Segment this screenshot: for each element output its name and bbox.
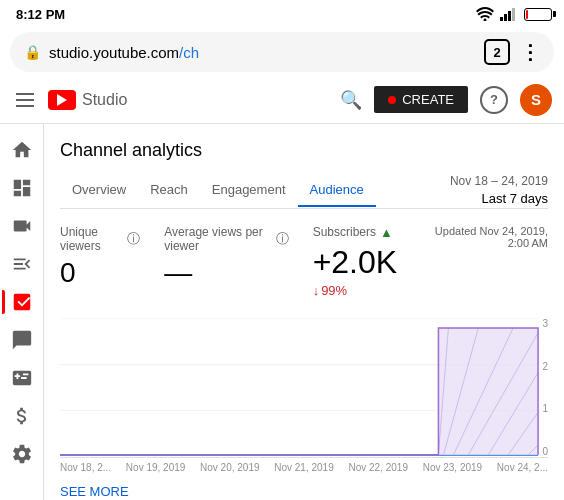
sidebar-item-subtitles[interactable] (2, 360, 42, 396)
sidebar-item-home[interactable] (2, 132, 42, 168)
create-label: CREATE (402, 92, 454, 107)
svg-rect-2 (508, 11, 511, 21)
x-label-4: Nov 22, 2019 (348, 462, 408, 473)
metric-avg-views-label: Average views per viewer ⓘ (164, 225, 288, 253)
date-range-label: Last 7 days (450, 190, 548, 208)
yt-header: Studio 🔍 CREATE ? S (0, 76, 564, 124)
signal-icon (500, 7, 518, 21)
info-icon-viewers[interactable]: ⓘ (127, 230, 140, 248)
tab-overview[interactable]: Overview (60, 174, 138, 207)
search-button[interactable]: 🔍 (340, 89, 362, 111)
x-label-1: Nov 19, 2019 (126, 462, 186, 473)
trend-arrow-icon: ▲ (380, 225, 393, 240)
address-highlight: /ch (179, 44, 199, 61)
sidebar-item-analytics[interactable] (2, 284, 42, 320)
date-range: Nov 18 – 24, 2019 Last 7 days (450, 173, 548, 208)
battery-icon (524, 8, 552, 21)
metric-subscribers-value: +2.0K (313, 244, 398, 281)
y-label-3: 3 (542, 318, 548, 329)
hamburger-menu[interactable] (12, 89, 38, 111)
wifi-icon (476, 7, 494, 21)
metrics-row: Unique viewers ⓘ 0 Average views per vie… (60, 225, 548, 298)
y-label-0: 0 (542, 446, 548, 457)
chart-area: 3 2 1 0 (60, 318, 548, 458)
help-button[interactable]: ? (480, 86, 508, 114)
sidebar-item-comments[interactable] (2, 322, 42, 358)
svg-rect-3 (512, 8, 515, 21)
tab-count[interactable]: 2 (484, 39, 510, 65)
chart-svg (60, 318, 548, 457)
play-triangle (57, 94, 67, 106)
metric-unique-viewers: Unique viewers ⓘ 0 (60, 225, 140, 289)
updated-text: Updated Nov 24, 2019, 2:00 AM (421, 225, 548, 249)
page-title: Channel analytics (60, 140, 548, 161)
sidebar-item-dashboard[interactable] (2, 170, 42, 206)
x-label-6: Nov 24, 2... (497, 462, 548, 473)
studio-label: Studio (82, 91, 127, 109)
record-dot (388, 96, 396, 104)
metric-subscribers: Subscribers ▲ +2.0K ↓ 99% (313, 225, 398, 298)
svg-marker-9 (438, 328, 538, 455)
tab-engagement[interactable]: Engagement (200, 174, 298, 207)
svg-rect-1 (504, 14, 507, 21)
sidebar-item-monetization[interactable] (2, 398, 42, 434)
y-label-2: 2 (542, 361, 548, 372)
sidebar-item-settings[interactable] (2, 436, 42, 472)
sidebar (0, 124, 44, 500)
tabs: Overview Reach Engagement Audience (60, 174, 376, 207)
see-more-section: SEE MORE (60, 473, 548, 500)
tab-reach[interactable]: Reach (138, 174, 200, 207)
updated-text-block: Updated Nov 24, 2019, 2:00 AM (421, 225, 548, 249)
metric-avg-views-value: — (164, 257, 288, 289)
metric-unique-viewers-value: 0 (60, 257, 140, 289)
svg-rect-0 (500, 17, 503, 21)
main-layout: Channel analytics Overview Reach Engagem… (0, 124, 564, 500)
lock-icon: 🔒 (24, 44, 41, 60)
y-label-1: 1 (542, 403, 548, 414)
status-time: 8:12 PM (16, 7, 65, 22)
metric-subscribers-label: Subscribers ▲ (313, 225, 398, 240)
x-label-5: Nov 23, 2019 (423, 462, 483, 473)
metric-avg-views: Average views per viewer ⓘ — (164, 225, 288, 289)
status-bar: 8:12 PM (0, 0, 564, 28)
yt-logo[interactable]: Studio (48, 90, 127, 110)
address-left: 🔒 studio.youtube.com/ch (24, 44, 484, 61)
sidebar-item-playlists[interactable] (2, 246, 42, 282)
youtube-icon (48, 90, 76, 110)
status-icons (476, 7, 552, 21)
x-label-2: Nov 20, 2019 (200, 462, 260, 473)
info-icon-avgviews[interactable]: ⓘ (276, 230, 289, 248)
address-bar: 🔒 studio.youtube.com/ch 2 ⋮ (10, 32, 554, 72)
see-more-link[interactable]: SEE MORE (60, 484, 129, 499)
y-axis: 3 2 1 0 (532, 318, 548, 457)
address-right: 2 ⋮ (484, 39, 540, 65)
help-label: ? (490, 92, 498, 107)
date-range-dates: Nov 18 – 24, 2019 (450, 173, 548, 190)
more-options-icon[interactable]: ⋮ (520, 40, 540, 64)
down-arrow-icon: ↓ (313, 283, 320, 298)
sidebar-item-videos[interactable] (2, 208, 42, 244)
x-label-3: Nov 21, 2019 (274, 462, 334, 473)
tabs-row: Overview Reach Engagement Audience Nov 1… (60, 173, 548, 209)
change-value: 99% (321, 283, 347, 298)
address-text[interactable]: studio.youtube.com/ch (49, 44, 199, 61)
header-right: 🔍 CREATE ? S (340, 84, 552, 116)
metric-subscribers-change: ↓ 99% (313, 283, 398, 298)
tab-audience[interactable]: Audience (298, 174, 376, 207)
avatar-label: S (531, 91, 541, 108)
x-label-0: Nov 18, 2... (60, 462, 111, 473)
create-button[interactable]: CREATE (374, 86, 468, 113)
avatar-button[interactable]: S (520, 84, 552, 116)
x-axis-labels: Nov 18, 2... Nov 19, 2019 Nov 20, 2019 N… (60, 458, 548, 473)
metric-unique-viewers-label: Unique viewers ⓘ (60, 225, 140, 253)
content-area: Channel analytics Overview Reach Engagem… (44, 124, 564, 500)
